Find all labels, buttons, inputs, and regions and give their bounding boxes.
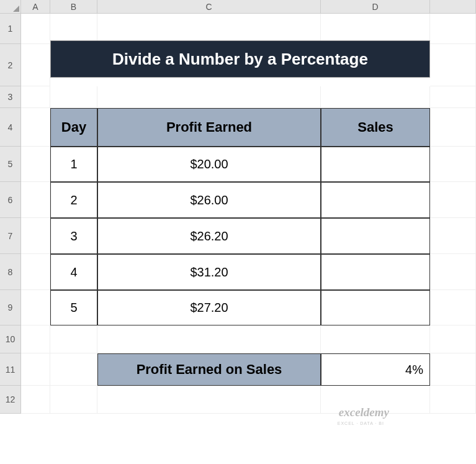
cell[interactable] [430,290,476,325]
cell[interactable] [97,14,321,44]
cell[interactable] [430,353,476,386]
row-header-2[interactable]: 2 [0,44,21,86]
table-row[interactable]: 3 [50,218,97,254]
cell[interactable] [321,325,430,353]
table-row[interactable]: $20.00 [97,147,321,182]
cell[interactable] [97,325,321,353]
col-header-a[interactable]: A [21,0,50,14]
row-header-3[interactable]: 3 [0,86,21,108]
table-row[interactable]: $27.20 [97,290,321,325]
cell[interactable] [430,182,476,218]
row-header-1[interactable]: 1 [0,14,21,44]
cell[interactable] [321,86,430,108]
row-header-10[interactable]: 10 [0,325,21,353]
cell[interactable] [430,254,476,290]
table-row[interactable] [321,147,430,182]
table-row[interactable] [321,182,430,218]
watermark: exceldemy [339,406,389,419]
row-header-11[interactable]: 11 [0,353,21,386]
cell[interactable] [21,353,50,386]
watermark-sub: EXCEL · DATA · BI [338,421,384,425]
cell[interactable] [430,108,476,147]
th-sales[interactable]: Sales [321,108,430,147]
cell[interactable] [21,182,50,218]
col-header-d[interactable]: D [321,0,430,14]
table-row[interactable]: 4 [50,254,97,290]
cell[interactable] [50,14,97,44]
profit-on-sales-label[interactable]: Profit Earned on Sales [97,353,321,386]
row-header-12[interactable]: 12 [0,386,21,414]
row-header-8[interactable]: 8 [0,254,21,290]
cell[interactable] [21,218,50,254]
cell[interactable] [21,86,50,108]
table-row[interactable]: $26.20 [97,218,321,254]
profit-on-sales-value[interactable]: 4% [321,353,430,386]
cell[interactable] [430,147,476,182]
cell[interactable] [321,14,430,44]
cell[interactable] [21,14,50,44]
cell[interactable] [21,147,50,182]
select-all-corner[interactable] [0,0,21,14]
cell[interactable] [430,14,476,44]
table-row[interactable] [321,290,430,325]
cell[interactable] [50,86,97,108]
cell[interactable] [21,108,50,147]
table-row[interactable]: $31.20 [97,254,321,290]
cell[interactable] [430,44,476,86]
table-row[interactable]: $26.00 [97,182,321,218]
row-header-4[interactable]: 4 [0,108,21,147]
table-row[interactable] [321,254,430,290]
row-header-9[interactable]: 9 [0,290,21,325]
table-row[interactable]: 5 [50,290,97,325]
row-header-6[interactable]: 6 [0,182,21,218]
th-profit[interactable]: Profit Earned [97,108,321,147]
table-row[interactable]: 2 [50,182,97,218]
cell[interactable] [50,386,97,414]
spreadsheet-grid: A B C D 1 2 3 4 5 6 7 8 9 10 11 12 Divid… [0,0,476,414]
cell[interactable] [430,386,476,414]
cell[interactable] [430,325,476,353]
row-header-5[interactable]: 5 [0,147,21,182]
cell[interactable] [21,44,50,86]
cell[interactable] [21,254,50,290]
th-day[interactable]: Day [50,108,97,147]
cell[interactable] [21,386,50,414]
col-header-b[interactable]: B [50,0,97,14]
page-title: Divide a Number by a Percentage [50,40,430,78]
col-header-next[interactable] [430,0,476,14]
table-row[interactable] [321,218,430,254]
cell[interactable] [21,325,50,353]
cell[interactable] [430,218,476,254]
cell[interactable] [430,86,476,108]
cell[interactable] [21,290,50,325]
cell[interactable] [97,86,321,108]
cell[interactable] [97,386,321,414]
row-header-7[interactable]: 7 [0,218,21,254]
col-header-c[interactable]: C [97,0,321,14]
table-row[interactable]: 1 [50,147,97,182]
cell[interactable] [50,353,97,386]
cell[interactable] [50,325,97,353]
